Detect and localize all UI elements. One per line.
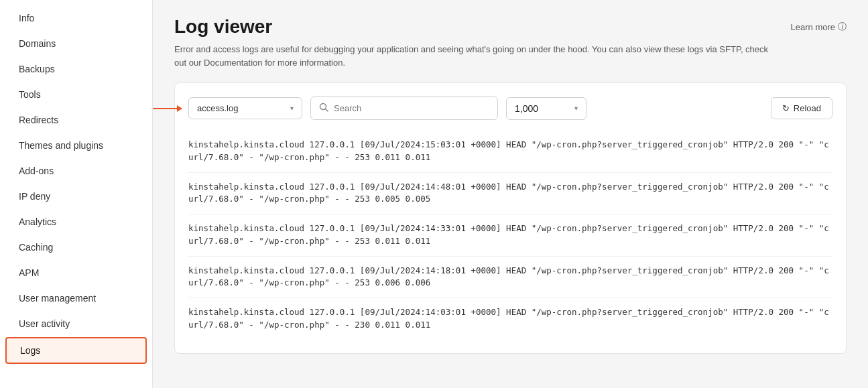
sidebar-item-caching[interactable]: Caching [5,235,147,259]
controls-row: access.log ▾ 1,000 ▾ ↻ [188,96,832,120]
log-entry: kinstahelp.kinsta.cloud 127.0.0.1 [09/Ju… [188,256,832,298]
sidebar-item-redirects[interactable]: Redirects [5,108,147,132]
log-card: access.log ▾ 1,000 ▾ ↻ [174,82,847,354]
search-input[interactable] [334,103,489,113]
reload-button[interactable]: ↻ Reload [771,97,832,119]
log-entries: kinstahelp.kinsta.cloud 127.0.0.1 [09/Ju… [188,131,832,340]
log-type-value: access.log [197,103,238,113]
sidebar-item-apm[interactable]: APM [5,261,147,285]
sidebar-item-backups[interactable]: Backups [5,57,147,81]
header-row: Log viewer Learn more ⓘ [174,16,847,38]
chevron-down-icon: ▾ [574,105,578,112]
sidebar-item-user-activity[interactable]: User activity [5,312,147,336]
log-entry: kinstahelp.kinsta.cloud 127.0.0.1 [09/Ju… [188,131,832,172]
page-title: Log viewer [174,16,272,38]
count-dropdown[interactable]: 1,000 ▾ [506,97,586,120]
reload-label: Reload [794,103,821,113]
sidebar-item-analytics[interactable]: Analytics [5,210,147,234]
learn-more-link[interactable]: Learn more ⓘ [791,21,847,33]
log-type-dropdown[interactable]: access.log ▾ [188,97,302,119]
chevron-down-icon: ▾ [290,105,294,112]
count-value: 1,000 [515,103,538,114]
log-entry: kinstahelp.kinsta.cloud 127.0.0.1 [09/Ju… [188,298,832,340]
sidebar-item-user-management[interactable]: User management [5,286,147,310]
log-entry: kinstahelp.kinsta.cloud 127.0.0.1 [09/Ju… [188,214,832,256]
log-entry: kinstahelp.kinsta.cloud 127.0.0.1 [09/Ju… [188,172,832,214]
svg-line-1 [326,109,328,112]
arrow-line [153,108,182,109]
reload-icon: ↻ [782,103,790,113]
main-content: Log viewer Learn more ⓘ Error and access… [153,0,868,388]
page-description: Error and access logs are useful for deb… [174,43,778,69]
sidebar-item-info[interactable]: Info [5,6,147,30]
search-wrapper [310,96,498,120]
sidebar-item-logs[interactable]: Logs [5,337,147,364]
sidebar-item-domains[interactable]: Domains [5,31,147,56]
arrow-indicator [153,108,182,109]
sidebar-item-add-ons[interactable]: Add-ons [5,159,147,183]
sidebar: InfoDomainsBackupsToolsRedirectsThemes a… [0,0,153,388]
search-icon [319,103,328,114]
learn-more-label: Learn more [791,22,835,32]
info-circle-icon: ⓘ [838,21,847,33]
sidebar-item-tools[interactable]: Tools [5,82,147,107]
sidebar-item-ip-deny[interactable]: IP deny [5,184,147,208]
sidebar-item-themes-plugins[interactable]: Themes and plugins [5,133,147,157]
